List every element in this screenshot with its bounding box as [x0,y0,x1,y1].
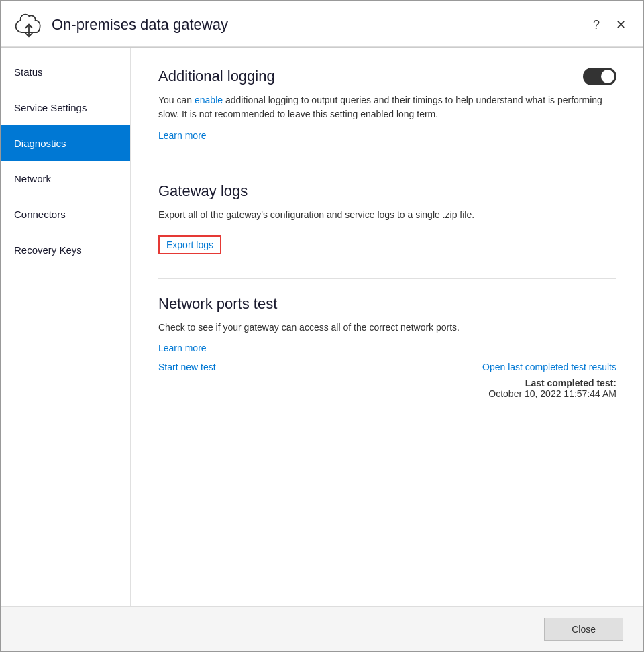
additional-logging-section: Additional logging You can enable additi… [158,68,616,142]
additional-logging-title: Additional logging [158,68,275,85]
additional-logging-learn-more[interactable]: Learn more [158,130,207,141]
close-button[interactable]: Close [544,618,623,641]
app-title: On-premises data gateway [52,16,228,34]
this-highlight: this [313,109,327,119]
last-completed-info: Last completed test: October 10, 2022 11… [158,378,616,399]
content-area: Status Service Settings Diagnostics Netw… [1,48,643,606]
sidebar: Status Service Settings Diagnostics Netw… [1,48,131,606]
sidebar-item-diagnostics[interactable]: Diagnostics [1,125,130,161]
start-new-test-link[interactable]: Start new test [158,362,216,372]
app-window: On-premises data gateway ? ✕ Status Serv… [0,0,644,652]
network-ports-test-section: Network ports test Check to see if your … [158,295,616,399]
sidebar-item-status[interactable]: Status [1,54,130,90]
network-ports-test-title: Network ports test [158,295,277,313]
network-ports-test-desc: Check to see if your gateway can access … [158,321,614,335]
title-controls: ? ✕ [589,16,630,34]
additional-logging-desc: You can enable additional logging to out… [158,93,614,121]
title-left: On-premises data gateway [14,11,228,38]
network-ports-actions: Start new test Open last completed test … [158,362,616,372]
divider-1 [158,166,616,166]
network-ports-learn-more[interactable]: Learn more [158,343,616,354]
gateway-logs-title: Gateway logs [158,182,248,200]
help-button[interactable]: ? [589,17,604,34]
last-completed-value: October 10, 2022 11:57:44 AM [488,388,616,399]
footer: Close [1,606,643,651]
sidebar-item-recovery-keys[interactable]: Recovery Keys [1,232,130,268]
open-last-results-link[interactable]: Open last completed test results [482,362,616,372]
main-content: Additional logging You can enable additi… [131,48,643,606]
sidebar-item-network[interactable]: Network [1,161,130,197]
title-bar: On-premises data gateway ? ✕ [1,1,643,47]
additional-logging-toggle[interactable] [583,68,616,85]
export-logs-link[interactable]: Export logs [158,235,221,254]
sidebar-item-connectors[interactable]: Connectors [1,197,130,232]
gateway-logs-desc: Export all of the gateway's configuratio… [158,208,614,222]
sidebar-item-service-settings[interactable]: Service Settings [1,90,130,125]
gateway-logs-header: Gateway logs [158,182,616,200]
divider-2 [158,278,616,279]
window-close-button[interactable]: ✕ [612,16,630,34]
cloud-icon [14,11,44,38]
enable-highlight: enable [195,95,223,105]
gateway-logs-section: Gateway logs Export all of the gateway's… [158,182,616,254]
last-completed-label: Last completed test: [525,378,616,388]
additional-logging-header: Additional logging [158,68,616,85]
network-ports-test-header: Network ports test [158,295,616,313]
